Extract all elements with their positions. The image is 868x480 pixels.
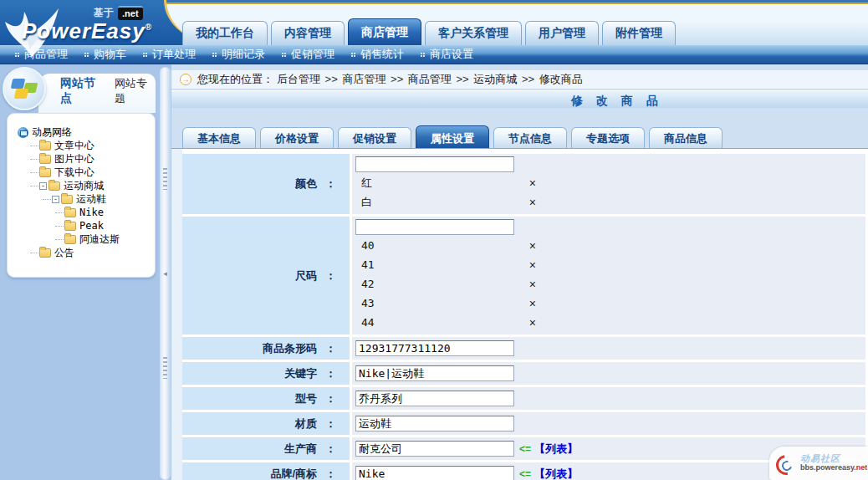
splitter-grip-icon [163, 357, 167, 379]
remove-item-button[interactable]: × [528, 240, 538, 252]
attribute-add-input[interactable] [355, 219, 514, 235]
submenu-item[interactable]: 销售统计 [351, 47, 404, 62]
top-tab[interactable]: 商店管理 [348, 18, 421, 45]
top-tab[interactable]: 附件管理 [602, 21, 676, 45]
field-input[interactable] [355, 416, 514, 431]
list-link[interactable]: 【列表】 [534, 467, 578, 480]
breadcrumb: → 您现在的位置： 后台管理 >> 商店管理 >> 商品管理 >> 运动商城 >… [171, 70, 868, 89]
row-label-colon: ： [325, 268, 336, 283]
row-value-cell [350, 337, 865, 360]
submenu-item-label: 促销管理 [291, 47, 334, 62]
tree-node[interactable]: -运动鞋 [16, 192, 150, 206]
tree-node[interactable]: 文章中心 [16, 139, 150, 152]
row-label-cell: 品牌/商标： [182, 462, 350, 480]
top-tab[interactable]: 内容管理 [271, 21, 345, 45]
row-value-cell: 红×白× [350, 154, 865, 214]
tree-node[interactable]: 阿迪达斯 [16, 232, 150, 246]
row-label-colon: ： [325, 391, 336, 406]
dotnet-badge: .net [118, 6, 143, 20]
row-label-cell: 生产商： [182, 437, 350, 460]
tree-connector [43, 199, 51, 200]
sidebar-splitter[interactable]: ◂ [160, 67, 171, 480]
row-label: 型号 [295, 391, 317, 406]
row-value-cell [350, 362, 865, 385]
row-label-colon: ： [325, 416, 336, 431]
breadcrumb-parts: 后台管理 >> 商店管理 >> 商品管理 >> 运动商城 >> 修改商品 [277, 72, 583, 87]
folder-icon [64, 208, 76, 217]
submenu-item[interactable]: 订单处理 [143, 47, 196, 62]
field-input[interactable] [355, 441, 514, 457]
based-on-dotnet: 基于 .net [94, 6, 143, 20]
submenu-item[interactable]: 促销管理 [282, 47, 334, 62]
form-row: 尺码：40×41×42×43×44× [182, 217, 865, 334]
powereasy-watermark: 动易社区 bbs.powereasy.net [769, 447, 868, 480]
top-tab[interactable]: 用户管理 [525, 21, 599, 45]
tree-node-label: 图片中心 [54, 153, 94, 165]
form-tab[interactable]: 商品信息 [649, 127, 722, 148]
tree-connector [30, 172, 38, 173]
row-label-colon: ： [325, 366, 336, 381]
app-header: PowerEasy® 基于 .net 我的工作台内容管理商店管理客户关系管理用户… [0, 0, 868, 64]
remove-item-button[interactable]: × [528, 177, 538, 189]
bullet-icon [212, 53, 217, 57]
form-tab[interactable]: 节点信息 [493, 127, 567, 148]
tree-node[interactable]: Nike [16, 206, 150, 219]
tree-connector [30, 159, 38, 160]
breadcrumb-separator: >> [453, 73, 472, 85]
watermark-site-url: bbs.powereasy.net [800, 463, 867, 472]
field-input[interactable] [355, 365, 514, 381]
submenu-item[interactable]: 商店设置 [421, 47, 473, 62]
folder-icon [49, 181, 60, 191]
form-row: 材质： [182, 412, 865, 435]
breadcrumb-item[interactable]: 商品管理 [408, 73, 452, 85]
tree-expander[interactable]: - [52, 196, 59, 203]
tree-connector [55, 212, 64, 213]
attribute-item: 42× [355, 274, 538, 294]
page-title: 修 改 商 品 [571, 94, 663, 109]
folder-icon [64, 222, 76, 231]
top-tab[interactable]: 客户关系管理 [425, 21, 522, 45]
bullet-icon [351, 53, 355, 57]
breadcrumb-item[interactable]: 修改商品 [539, 73, 583, 85]
tree-expander[interactable]: - [39, 182, 47, 190]
remove-item-button[interactable]: × [528, 298, 538, 309]
submenu-item-label: 订单处理 [152, 47, 196, 62]
list-link[interactable]: 【列表】 [534, 442, 578, 457]
breadcrumb-item[interactable]: 运动商城 [473, 73, 517, 85]
top-tab[interactable]: 我的工作台 [182, 21, 268, 45]
remove-item-button[interactable]: × [528, 259, 538, 271]
remove-item-button[interactable]: × [528, 317, 538, 329]
tree-node[interactable]: 公告 [16, 246, 150, 259]
form-tab[interactable]: 价格设置 [260, 127, 334, 148]
splitter-collapse-icon[interactable]: ◂ [163, 270, 167, 278]
row-label-cell: 材质： [182, 412, 350, 435]
tree-node[interactable]: 动易网络 [16, 125, 150, 139]
attribute-add-input[interactable] [355, 156, 514, 172]
sidebar-tab-site-specials[interactable]: 网站专题 [115, 76, 156, 106]
attribute-item-value: 红 [361, 176, 372, 191]
tree-node[interactable]: -运动商城 [16, 179, 150, 192]
breadcrumb-item[interactable]: 商店管理 [342, 73, 385, 85]
form-tab[interactable]: 属性设置 [416, 125, 489, 148]
site-tree-panel: 动易网络文章中心图片中心下载中心-运动商城-运动鞋NikePeak阿迪达斯公告 [7, 113, 156, 278]
field-input[interactable] [355, 340, 514, 356]
tree-node[interactable]: Peak [16, 219, 150, 232]
field-input[interactable] [355, 391, 514, 406]
tree-node[interactable]: 图片中心 [16, 152, 150, 166]
form-tab[interactable]: 基本信息 [182, 127, 256, 148]
remove-item-button[interactable]: × [528, 197, 538, 208]
form-row: 品牌/商标：<=【列表】 [182, 462, 865, 480]
remove-item-button[interactable]: × [528, 278, 538, 290]
folder-icon [61, 195, 73, 204]
tree-node[interactable]: 下载中心 [16, 166, 150, 179]
row-value-cell: 40×41×42×43×44× [350, 217, 865, 334]
submenu-item[interactable]: 购物车 [84, 47, 126, 62]
form-tab[interactable]: 专题选项 [571, 127, 645, 148]
submenu-item[interactable]: 明细记录 [212, 47, 265, 62]
form-tab[interactable]: 促销设置 [338, 127, 411, 148]
breadcrumb-item[interactable]: 后台管理 [277, 73, 320, 85]
sidebar-tab-site-nodes[interactable]: 网站节点 [60, 76, 105, 106]
row-label: 生产商 [284, 442, 317, 457]
field-input[interactable] [355, 466, 514, 480]
breadcrumb-separator: >> [322, 73, 340, 85]
